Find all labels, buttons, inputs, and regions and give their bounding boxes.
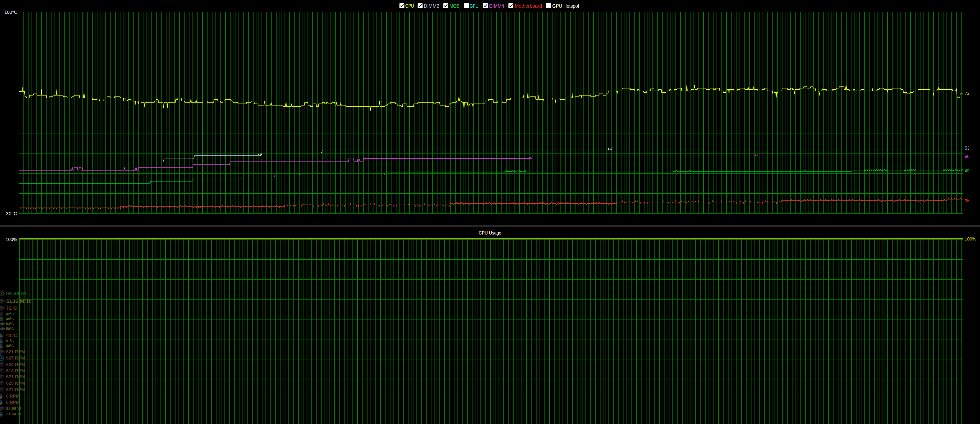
svg-text:625 RPM: 625 RPM [6,381,25,386]
svg-text:DIMM4: DIMM4 [489,3,504,9]
svg-text:CPU Usage: CPU Usage [479,230,501,236]
svg-text:CPU: CPU [405,3,414,9]
svg-text:51°C: 51°C [6,339,14,343]
svg-text:5135 MHz: 5135 MHz [6,298,31,304]
svg-text:0 RPM: 0 RPM [6,394,20,398]
svg-text:DIMM2: DIMM2 [424,3,439,9]
svg-text:45: 45 [965,169,969,173]
svg-text:100%: 100% [6,237,17,242]
svg-text:50: 50 [965,154,969,159]
svg-text:MOS: MOS [450,3,460,9]
svg-text:627 RPM: 627 RPM [6,387,25,392]
svg-text:72°C: 72°C [6,306,18,311]
svg-text:GPU Hotspot: GPU Hotspot [552,3,579,9]
svg-text:35: 35 [965,198,969,203]
svg-text:618 RPM: 618 RPM [6,368,25,373]
svg-text:100%: 100% [965,237,976,241]
svg-text:627 RPM: 627 RPM [6,355,25,360]
svg-text:42°C: 42°C [6,312,14,316]
svg-text:05:48:01: 05:48:01 [6,291,27,296]
svg-text:0 RPM: 0 RPM [6,400,20,405]
svg-text:95.66 W: 95.66 W [6,406,21,411]
svg-text:30°C: 30°C [6,211,18,216]
svg-text:621 RPM: 621 RPM [6,374,25,379]
svg-text:50°C: 50°C [6,327,14,331]
svg-text:624 RPM: 624 RPM [6,362,25,367]
svg-text:41°C: 41°C [6,333,18,338]
svg-text:21.64 W: 21.64 W [6,411,21,416]
svg-text:48°C: 48°C [6,343,14,348]
svg-text:72: 72 [965,91,969,96]
svg-text:Motherboard: Motherboard [515,3,542,9]
svg-text:621 RPM: 621 RPM [6,349,25,354]
svg-text:53°C: 53°C [6,322,14,326]
svg-text:GPU: GPU [470,3,479,9]
svg-text:100°C: 100°C [5,10,18,14]
svg-text:53: 53 [965,146,969,150]
svg-text:45°C: 45°C [6,317,14,321]
